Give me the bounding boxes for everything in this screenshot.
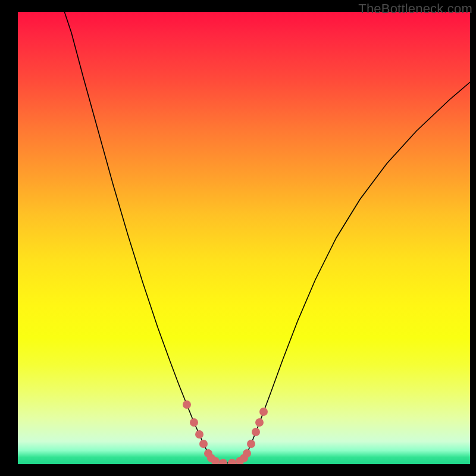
credit-label: TheBottleneck.com: [358, 1, 472, 17]
marker-layer: [183, 400, 268, 464]
plot-area: [18, 12, 470, 464]
curve-marker: [219, 459, 227, 464]
chart-svg: [18, 12, 470, 464]
curve-layer: [62, 12, 470, 463]
curve-marker: [255, 418, 264, 427]
curve-marker: [243, 449, 251, 458]
curve-marker: [247, 440, 255, 448]
curve-marker: [259, 408, 268, 416]
curve-marker: [252, 428, 260, 436]
chart-frame: TheBottleneck.com: [0, 0, 476, 476]
curve-marker: [190, 418, 198, 427]
curve-marker: [183, 400, 191, 409]
curve-marker: [199, 440, 208, 448]
curve-marker: [195, 430, 203, 439]
curve-marker: [228, 459, 236, 464]
bottleneck-curve: [62, 12, 470, 463]
